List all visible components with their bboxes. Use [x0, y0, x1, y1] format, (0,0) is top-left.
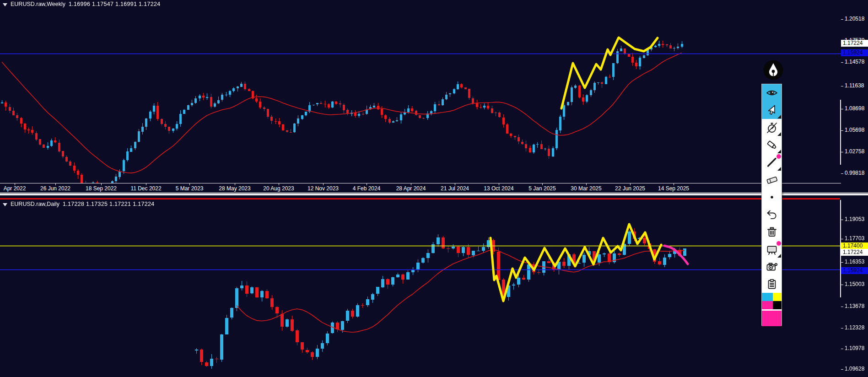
whiteboard-tool[interactable]	[762, 241, 782, 258]
submenu-corner-icon	[777, 115, 781, 118]
price-axis-tick	[841, 328, 843, 329]
current-price-badge: 1.17224	[841, 249, 868, 256]
price-axis-tick	[841, 285, 843, 285]
pen-tool[interactable]	[763, 59, 784, 81]
eye-icon	[766, 86, 778, 99]
annotation-toolbar	[761, 84, 782, 326]
camera-icon	[766, 260, 778, 273]
daily-window-top-border	[0, 198, 840, 199]
price-axis-label: 1.15003	[845, 281, 864, 287]
trash-icon	[766, 226, 778, 238]
daily-chart-header: EURUSD.raw,Daily 1.17228 1.17325 1.17221…	[3, 201, 154, 207]
symbol-menu-icon[interactable]	[3, 203, 7, 206]
date-axis-label: 5 Jan 2025	[528, 185, 555, 192]
submenu-corner-icon	[777, 150, 781, 153]
price-axis-label: 1.12328	[845, 325, 864, 331]
date-axis-label: Apr 2022	[4, 185, 26, 192]
visibility-tool[interactable]	[762, 84, 782, 102]
price-axis-label: 1.16353	[845, 259, 864, 265]
price-axis-label: 1.09628	[845, 366, 864, 372]
date-axis-label: 18 Sep 2022	[86, 185, 117, 192]
level-price-badge: 1.15924	[841, 267, 868, 274]
active-color-dot	[776, 154, 781, 159]
weekly-axis-line	[0, 183, 841, 183]
line-icon	[766, 156, 778, 169]
color-swatch[interactable]	[773, 293, 782, 301]
date-axis-label: 14 Sep 2025	[658, 185, 689, 192]
undo-icon	[766, 208, 778, 221]
date-axis-label: 5 Mar 2023	[176, 185, 204, 192]
weekly-date-axis[interactable]: Apr 202226 Jun 202218 Sep 202211 Dec 202…	[0, 183, 841, 200]
delete-tool[interactable]	[762, 223, 782, 241]
date-axis-label: 11 Dec 2022	[130, 185, 161, 192]
date-axis-label: 21 Jul 2024	[441, 185, 469, 192]
price-axis-tick	[841, 369, 843, 370]
price-axis-label: 1.10978	[845, 345, 864, 351]
date-axis-label: 4 Feb 2024	[353, 185, 381, 192]
submenu-corner-icon	[777, 132, 781, 136]
submenu-corner-icon	[777, 167, 781, 171]
chart-symbol-label: EURUSD.raw,Daily	[11, 201, 59, 207]
chart-ohlc-values: 1.17228 1.17325 1.17221 1.17224	[63, 201, 154, 207]
price-axis-label: 1.13678	[845, 303, 864, 309]
eraser-tool[interactable]	[762, 171, 782, 188]
highlighter-icon	[766, 139, 778, 151]
price-axis-label: 1.19053	[845, 216, 864, 222]
price-axis-label: 1.17703	[845, 236, 864, 242]
eraser-icon	[766, 173, 778, 186]
date-axis-label: 26 Jun 2022	[40, 185, 70, 192]
clipboard-icon	[766, 278, 778, 291]
date-axis-label: 12 Nov 2023	[307, 185, 339, 192]
screenshot-tool[interactable]	[762, 258, 782, 275]
highlighter-tool[interactable]	[762, 136, 782, 154]
color-swatch[interactable]	[762, 301, 773, 309]
date-axis-label: 22 Jun 2025	[615, 185, 645, 192]
stopwatch-off-icon	[766, 121, 778, 134]
board-icon	[766, 243, 778, 256]
date-axis-label: 13 Oct 2024	[484, 185, 513, 192]
date-axis-label: 28 May 2023	[219, 185, 250, 192]
level-price-badge: 1.17400	[841, 242, 868, 249]
chart-ohlc-values: 1.16996 1.17547 1.16991 1.17224	[69, 1, 160, 7]
daily-chart-canvas[interactable]	[0, 200, 841, 377]
undo-tool[interactable]	[762, 206, 782, 223]
clipboard-tool[interactable]	[762, 275, 782, 293]
timer-tool[interactable]	[762, 119, 782, 136]
color-palette	[762, 293, 782, 326]
metatrader-screen: EURUSD.raw,Weekly 1.16996 1.17547 1.1699…	[0, 0, 868, 377]
price-axis-tick	[841, 239, 843, 239]
chart-symbol-label: EURUSD.raw,Weekly	[11, 1, 65, 7]
weekly-chart-canvas[interactable]	[0, 0, 841, 193]
pen-icon	[763, 59, 784, 81]
price-axis-tick	[841, 307, 843, 307]
date-axis-label: 30 Mar 2025	[571, 185, 601, 192]
line-tool[interactable]	[762, 154, 782, 171]
submenu-corner-icon	[777, 254, 781, 258]
daily-price-axis[interactable]: 1.190531.177031.163531.150031.136781.123…	[841, 0, 868, 377]
symbol-menu-icon[interactable]	[3, 3, 7, 6]
active-color-dot	[776, 241, 781, 246]
color-swatch[interactable]	[762, 293, 773, 301]
color-swatch[interactable]	[773, 301, 782, 309]
dot-icon	[766, 191, 778, 204]
date-axis-label: 28 Apr 2024	[396, 185, 426, 192]
weekly-chart-header: EURUSD.raw,Weekly 1.16996 1.17547 1.1699…	[3, 1, 160, 7]
cursor-icon	[766, 104, 778, 117]
active-color-swatch[interactable]	[762, 311, 782, 326]
dot-separator[interactable]	[762, 188, 782, 206]
price-axis-tick	[841, 349, 843, 349]
window-separator[interactable]	[0, 194, 868, 195]
price-axis-tick	[841, 220, 843, 220]
cursor-tool[interactable]	[762, 102, 782, 119]
price-axis-tick	[841, 262, 843, 263]
date-axis-label: 20 Aug 2023	[263, 185, 294, 192]
